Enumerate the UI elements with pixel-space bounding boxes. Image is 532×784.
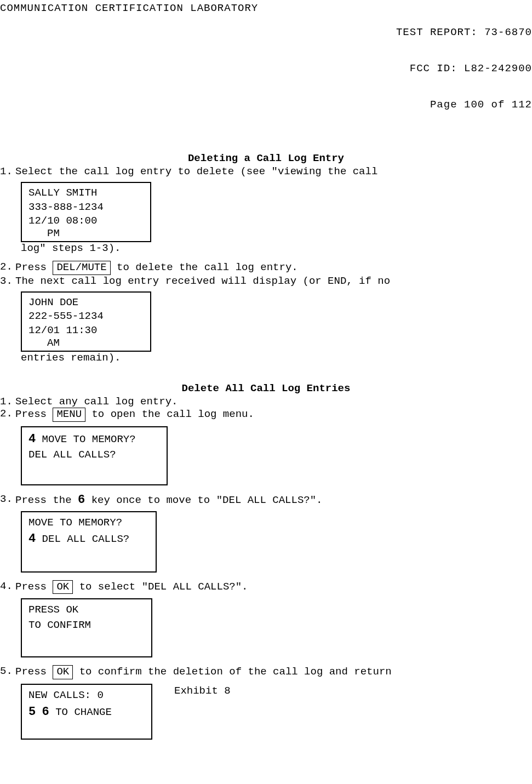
page-number-line: Page 100 of 112 <box>396 99 532 111</box>
cursor-icon: 4 <box>28 530 36 548</box>
s1-step3: 3. The next call log entry received will… <box>0 275 532 287</box>
display-line: NEW CALLS: 0 <box>28 688 146 703</box>
exhibit-row: NEW CALLS: 0 5 6 TO CHANGE Exhibit 8 <box>21 679 532 740</box>
display-line: 12/10 08:00 <box>28 214 145 228</box>
header-left: COMMUNICATION CERTIFICATION LABORATORY <box>0 2 258 135</box>
text-part: to open the call log menu. <box>85 408 254 420</box>
s1-step1-cont: log" steps 1-3). <box>21 242 532 254</box>
text-part: to delete the call log entry. <box>111 261 298 273</box>
s2-step5: 5. Press OK to confirm the deletion of t… <box>0 665 532 679</box>
step-number: 2. <box>0 408 15 422</box>
display-text: DEL ALL CALLS? <box>36 533 129 545</box>
s2-step2: 2. Press MENU to open the call log menu. <box>0 408 532 422</box>
step-text: Press MENU to open the call log menu. <box>15 408 532 422</box>
text-part: Press <box>15 261 53 273</box>
step-text: Press OK to select "DEL ALL CALLS?". <box>15 580 532 594</box>
key-del-mute: DEL/MUTE <box>53 261 110 275</box>
s2-step4: 4. Press OK to select "DEL ALL CALLS?". <box>0 580 532 594</box>
step-text: Select the call log entry to delete (see… <box>15 165 532 178</box>
display-line: MOVE TO MEMORY? <box>28 516 150 531</box>
display-line: 333-888-1234 <box>28 201 145 215</box>
display-line: DEL ALL CALLS? <box>28 448 161 463</box>
display-line: 5 6 TO CHANGE <box>28 703 146 721</box>
display-line: SALLY SMITH <box>28 186 145 201</box>
display-line: 222-555-1234 <box>28 310 145 324</box>
step-text: Press the 6 key once to move to "DEL ALL… <box>15 493 532 507</box>
display-confirm: PRESS OK TO CONFIRM <box>21 598 152 657</box>
fcc-id-line: FCC ID: L82-242900 <box>396 62 532 75</box>
exhibit-label: Exhibit 8 <box>174 685 231 697</box>
step-number: 1. <box>0 396 15 408</box>
s1-step2: 2. Press DEL/MUTE to delete the call log… <box>0 261 532 275</box>
step-text: Press OK to confirm the deletion of the … <box>15 665 532 679</box>
key-menu: MENU <box>53 408 85 422</box>
step-number: 3. <box>0 275 15 287</box>
step-text: Select any call log entry. <box>15 396 532 408</box>
test-report-line: TEST REPORT: 73-6870 <box>396 26 532 38</box>
text-part: to confirm the deletion of the call log … <box>73 666 392 678</box>
down-arrow-icon: 6 <box>42 703 49 721</box>
text-part: Press <box>15 581 53 593</box>
section1-title: Deleting a Call Log Entry <box>0 152 532 164</box>
display-sally: SALLY SMITH 333-888-1234 12/10 08:00 PM <box>21 182 151 242</box>
page-header: COMMUNICATION CERTIFICATION LABORATORY T… <box>0 0 532 137</box>
step-number: 2. <box>0 261 15 275</box>
display-line-cut: PM <box>28 228 145 236</box>
display-line: 12/01 11:30 <box>28 324 145 338</box>
s1-step3-cont: entries remain). <box>21 352 532 364</box>
display-menu-2: MOVE TO MEMORY? 4 DEL ALL CALLS? <box>21 511 157 573</box>
display-text: TO CHANGE <box>49 706 112 718</box>
step-number: 3. <box>0 493 15 507</box>
text-part: key once to move to "DEL ALL CALLS?". <box>85 494 322 506</box>
display-menu-1: 4 MOVE TO MEMORY? DEL ALL CALLS? <box>21 426 168 485</box>
text-part: Press the <box>15 494 78 506</box>
text-part: Press <box>15 666 53 678</box>
s1-step1: 1. Select the call log entry to delete (… <box>0 165 532 178</box>
text-part: Press <box>15 408 53 420</box>
display-text: MOVE TO MEMORY? <box>36 433 135 445</box>
header-right: TEST REPORT: 73-6870 FCC ID: L82-242900 … <box>396 2 532 135</box>
display-line: 4 MOVE TO MEMORY? <box>28 431 161 448</box>
down-arrow-icon: 6 <box>78 493 85 507</box>
step-text: Press DEL/MUTE to delete the call log en… <box>15 261 532 275</box>
display-line: JOHN DOE <box>28 296 145 310</box>
display-line: TO CONFIRM <box>28 618 146 633</box>
cursor-icon: 4 <box>28 431 36 448</box>
display-john: JOHN DOE 222-555-1234 12/01 11:30 AM <box>21 291 151 352</box>
step-number: 1. <box>0 165 15 178</box>
step-text: The next call log entry received will di… <box>15 275 532 287</box>
section2-title: Delete All Call Log Entries <box>0 382 532 394</box>
display-new-calls: NEW CALLS: 0 5 6 TO CHANGE <box>21 684 152 740</box>
display-line-cut: AM <box>28 338 145 346</box>
s2-step3: 3. Press the 6 key once to move to "DEL … <box>0 493 532 507</box>
step-number: 4. <box>0 580 15 594</box>
display-line: 4 DEL ALL CALLS? <box>28 530 150 548</box>
text-part: to select "DEL ALL CALLS?". <box>73 581 248 593</box>
display-line: PRESS OK <box>28 603 146 618</box>
s2-step1: 1. Select any call log entry. <box>0 396 532 408</box>
step-number: 5. <box>0 665 15 679</box>
key-ok: OK <box>53 580 73 594</box>
key-ok: OK <box>53 665 73 679</box>
up-arrow-icon: 5 <box>28 703 36 721</box>
